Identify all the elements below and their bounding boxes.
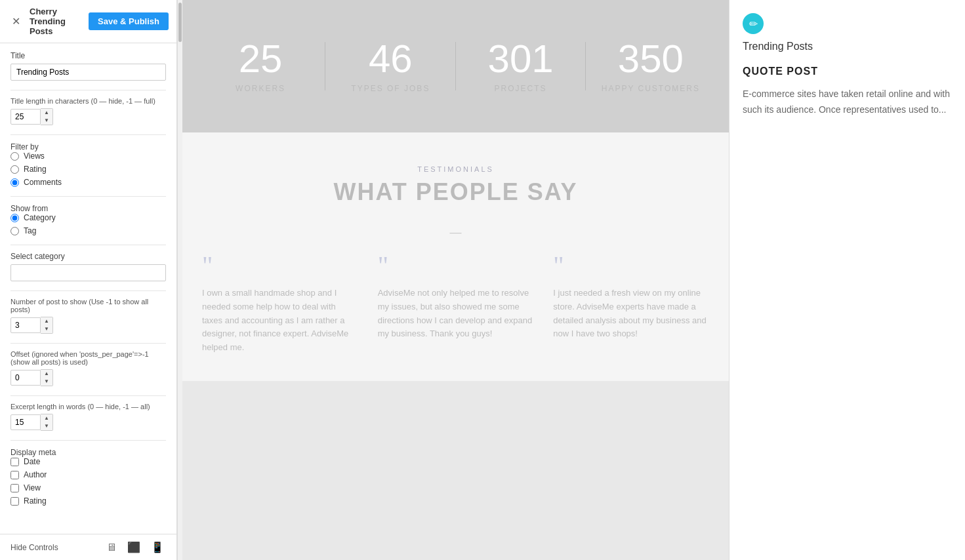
display-meta-label: Display meta — [10, 448, 56, 457]
show-tag-label: Tag — [24, 226, 36, 235]
meta-view-item[interactable]: View — [10, 483, 166, 492]
hide-controls-label[interactable]: Hide Controls — [10, 543, 58, 552]
filter-views-radio[interactable] — [10, 152, 19, 161]
edit-icon: ✏ — [743, 13, 764, 34]
show-from-group: Show from Category Tag — [10, 203, 166, 235]
quote-mark-2: " — [378, 252, 534, 279]
meta-date-check[interactable] — [10, 458, 19, 466]
save-publish-button[interactable]: Save & Publish — [89, 12, 169, 30]
stat-workers: 25 WORKERS — [195, 26, 325, 106]
meta-checkbox-group: Date Author View Rating — [10, 457, 166, 506]
excerpt-input[interactable] — [10, 414, 41, 430]
filter-label: Filter by — [10, 142, 39, 151]
title-length-input[interactable] — [10, 109, 41, 125]
title-label: Title — [10, 51, 166, 60]
panel-title: Cherry Trending Posts — [24, 7, 89, 36]
title-input[interactable] — [10, 64, 166, 81]
show-from-label: Show from — [10, 204, 48, 213]
offset-up[interactable]: ▲ — [41, 370, 52, 378]
offset-label: Offset (ignored when 'posts_per_page'=>-… — [10, 350, 166, 366]
testimonial-text-2: AdviseMe not only helped me to resolve m… — [378, 287, 534, 341]
title-length-group: Title length in characters (0 — hide, -1… — [10, 97, 166, 125]
filter-views-label: Views — [24, 151, 45, 161]
panel-header: ✕ Cherry Trending Posts Save & Publish — [0, 0, 176, 43]
filter-comments-radio[interactable] — [10, 178, 19, 187]
num-posts-spinner: ▲ ▼ — [41, 317, 53, 334]
show-category-item[interactable]: Category — [10, 213, 166, 222]
stat-customers: 350 HAPPY CUSTOMERS — [586, 26, 716, 106]
desktop-view-button[interactable]: 🖥 — [104, 540, 119, 555]
num-posts-up[interactable]: ▲ — [41, 317, 52, 325]
filter-rating-radio[interactable] — [10, 165, 19, 174]
testimonials-section: TESTIMONIALS WHAT PEOPLE SAY — " I own a… — [182, 132, 729, 381]
num-posts-group: Number of post to show (Use -1 to show a… — [10, 298, 166, 334]
stat-projects-number: 301 — [462, 39, 579, 79]
left-panel: ✕ Cherry Trending Posts Save & Publish T… — [0, 0, 177, 560]
select-category-label: Select category — [10, 252, 166, 261]
testimonials-title: WHAT PEOPLE SAY — [202, 178, 709, 206]
stat-customers-number: 350 — [592, 39, 709, 79]
show-category-label: Category — [24, 213, 56, 222]
filter-comments-item[interactable]: Comments — [10, 178, 166, 187]
num-posts-input[interactable] — [10, 317, 41, 333]
stat-jobs: 46 TYPES OF JOBS — [325, 26, 455, 106]
meta-author-check[interactable] — [10, 471, 19, 479]
panel-scrollbar[interactable] — [177, 0, 182, 560]
testimonial-item-2: " AdviseMe not only helped me to resolve… — [378, 252, 534, 355]
filter-comments-label: Comments — [24, 178, 62, 187]
stat-jobs-number: 46 — [332, 39, 449, 79]
meta-rating-item[interactable]: Rating — [10, 496, 166, 506]
meta-view-label: View — [24, 483, 41, 492]
num-posts-label: Number of post to show (Use -1 to show a… — [10, 298, 166, 313]
tablet-view-button[interactable]: ⬛ — [125, 540, 143, 555]
stat-workers-label: WORKERS — [202, 84, 319, 93]
meta-view-check[interactable] — [10, 484, 19, 492]
right-panel-title: Trending Posts — [743, 41, 952, 52]
stat-jobs-label: TYPES OF JOBS — [332, 84, 449, 93]
meta-rating-check[interactable] — [10, 497, 19, 506]
title-length-down[interactable]: ▼ — [41, 117, 52, 125]
offset-input[interactable] — [10, 370, 41, 386]
offset-down[interactable]: ▼ — [41, 378, 52, 386]
excerpt-down[interactable]: ▼ — [41, 422, 52, 430]
main-preview: 25 WORKERS 46 TYPES OF JOBS 301 PROJECTS… — [182, 0, 729, 560]
testimonials-grid: " I own a small handmade shop and I need… — [202, 252, 709, 355]
excerpt-up[interactable]: ▲ — [41, 414, 52, 422]
meta-author-item[interactable]: Author — [10, 470, 166, 479]
filter-rating-label: Rating — [24, 165, 47, 174]
close-button[interactable]: ✕ — [8, 14, 24, 29]
post-type-label: QUOTE POST — [743, 66, 952, 77]
stat-projects: 301 PROJECTS — [456, 26, 586, 106]
stat-customers-label: HAPPY CUSTOMERS — [592, 84, 709, 93]
filter-rating-item[interactable]: Rating — [10, 165, 166, 174]
title-length-input-wrap: ▲ ▼ — [10, 108, 56, 125]
meta-author-label: Author — [24, 470, 47, 479]
show-tag-radio[interactable] — [10, 227, 19, 235]
filter-views-item[interactable]: Views — [10, 151, 166, 161]
meta-rating-label: Rating — [24, 496, 47, 506]
testimonial-item-1: " I own a small handmade shop and I need… — [202, 252, 358, 355]
quote-mark-1: " — [202, 252, 358, 279]
quote-mark-3: " — [553, 252, 709, 279]
offset-input-wrap: ▲ ▼ — [10, 369, 56, 386]
right-panel: ✏ Trending Posts QUOTE POST E-commerce s… — [729, 0, 965, 560]
show-from-radio-group: Category Tag — [10, 213, 166, 235]
filter-radio-group: Views Rating Comments — [10, 151, 166, 187]
meta-date-item[interactable]: Date — [10, 457, 166, 466]
excerpt-label: Excerpt length in words (0 — hide, -1 — … — [10, 403, 166, 410]
offset-group: Offset (ignored when 'posts_per_page'=>-… — [10, 350, 166, 386]
show-tag-item[interactable]: Tag — [10, 226, 166, 235]
title-length-spinner: ▲ ▼ — [41, 108, 53, 125]
show-category-radio[interactable] — [10, 214, 19, 222]
meta-date-label: Date — [24, 457, 40, 466]
display-meta-group: Display meta Date Author View Rating — [10, 447, 166, 506]
title-group: Title — [10, 51, 166, 81]
select-category-input[interactable] — [10, 264, 166, 281]
num-posts-down[interactable]: ▼ — [41, 325, 52, 333]
excerpt-group: Excerpt length in words (0 — hide, -1 — … — [10, 403, 166, 431]
stats-section: 25 WORKERS 46 TYPES OF JOBS 301 PROJECTS… — [182, 0, 729, 132]
bottom-bar: Hide Controls 🖥 ⬛ 📱 — [0, 534, 177, 560]
title-length-up[interactable]: ▲ — [41, 109, 52, 117]
mobile-view-button[interactable]: 📱 — [148, 540, 167, 555]
excerpt-spinner: ▲ ▼ — [41, 414, 53, 431]
